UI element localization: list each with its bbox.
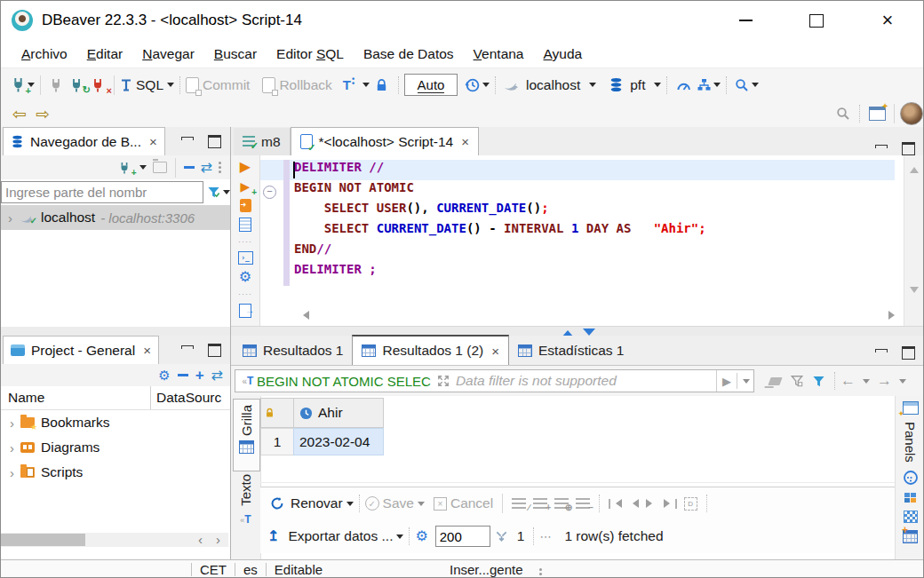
value-viewer-icon[interactable] <box>902 470 920 486</box>
minimize-view-icon[interactable] <box>875 349 888 352</box>
fetch-page-icon[interactable]: D <box>680 497 701 511</box>
maximize-view-icon[interactable] <box>902 346 915 360</box>
sql-editor-icon[interactable] <box>120 78 132 92</box>
expander-icon[interactable]: › <box>10 465 14 480</box>
first-row-icon[interactable] <box>605 499 625 509</box>
apply-filter-icon[interactable] <box>722 376 731 387</box>
refresh-button[interactable]: Renovar <box>291 495 343 511</box>
clear-filter-icon[interactable] <box>763 377 786 385</box>
editor-settings-gear-icon[interactable] <box>239 270 251 284</box>
reconnect-icon[interactable]: ↻ <box>66 78 87 92</box>
delete-row-icon[interactable] <box>572 498 593 509</box>
column-divider[interactable] <box>150 386 151 409</box>
menu-editor-sql[interactable]: Editor SQL <box>267 46 354 62</box>
lock-icon[interactable] <box>370 78 393 92</box>
calc-panel-icon[interactable] <box>904 493 917 503</box>
previous-result-icon[interactable]: ← <box>840 374 856 388</box>
view-menu-icon[interactable] <box>219 162 221 164</box>
fetch-size-input[interactable] <box>435 526 490 547</box>
code-line-5[interactable]: END// <box>294 241 331 262</box>
refresh-icon[interactable] <box>267 496 287 511</box>
collapse-all-icon[interactable] <box>178 374 188 376</box>
tab-script-14[interactable]: *<localhost> Script-14 × <box>291 127 479 155</box>
close-icon[interactable]: × <box>491 344 499 359</box>
tab-m8[interactable]: m8 <box>234 128 291 155</box>
open-file-icon[interactable] <box>239 304 251 318</box>
tools-dropdown[interactable] <box>713 83 721 91</box>
settings-gear-icon[interactable] <box>158 368 170 382</box>
tab-text-presentation[interactable]: Texto «T <box>233 469 259 538</box>
duplicate-row-icon[interactable] <box>551 498 572 509</box>
connection-selector[interactable]: localhost <box>526 77 580 93</box>
new-connection-icon[interactable]: + <box>116 162 133 174</box>
row-header-1[interactable]: 1 <box>260 428 294 455</box>
database-dropdown[interactable] <box>654 83 661 91</box>
expand-filter-icon[interactable] <box>434 375 453 387</box>
commit-button[interactable]: Commit <box>203 77 250 93</box>
minimize-button[interactable] <box>732 7 759 34</box>
filter-icon[interactable] <box>203 186 223 199</box>
edit-row-icon[interactable] <box>508 498 530 509</box>
connect-icon[interactable] <box>46 78 66 92</box>
minimize-view-icon[interactable] <box>181 345 194 349</box>
minimize-view-icon[interactable] <box>181 137 194 140</box>
back-icon[interactable]: ⇦ <box>8 106 31 123</box>
filter-enabled-icon[interactable] <box>808 375 829 388</box>
tab-resultados-1-2[interactable]: Resultados 1 (2) × <box>352 335 509 365</box>
menu-editar[interactable]: Editar <box>77 46 133 62</box>
fold-collapse-icon[interactable] <box>263 186 276 199</box>
export-data-button[interactable]: Exportar datos ... <box>288 528 393 544</box>
new-connection-icon[interactable]: + <box>8 77 28 92</box>
next-dropdown[interactable] <box>899 379 906 387</box>
new-connection-dropdown[interactable] <box>139 165 147 173</box>
panels-icon[interactable] <box>903 401 919 415</box>
menu-ventana[interactable]: Ventana <box>464 46 534 62</box>
column-name-header[interactable]: Name <box>1 390 44 406</box>
execute-statement-icon[interactable] <box>240 160 251 174</box>
code-line-6[interactable]: DELIMITER ; <box>294 262 377 282</box>
grid-corner-cell[interactable] <box>260 398 294 428</box>
menu-ayuda[interactable]: Ayuda <box>534 46 593 62</box>
code-line-1[interactable]: DELIMITER // <box>294 160 384 180</box>
grouping-panel-icon[interactable] <box>903 530 918 543</box>
column-datasource-header[interactable]: DataSourc <box>156 390 221 406</box>
dbeaver-perspective-avatar[interactable] <box>900 102 923 125</box>
search-dropdown[interactable] <box>752 83 759 91</box>
refresh-dropdown[interactable] <box>346 502 354 510</box>
code-line-3[interactable]: SELECT USER(), CURRENT_DATE(); <box>294 201 549 221</box>
sql-console-icon[interactable]: ›_ <box>238 251 253 265</box>
previous-row-icon[interactable] <box>625 499 642 508</box>
link-editor-icon[interactable]: ⇄ <box>211 368 223 383</box>
transaction-log-icon[interactable]: T•• <box>343 77 355 92</box>
save-button[interactable]: Save <box>383 495 414 511</box>
last-row-icon[interactable] <box>660 499 680 509</box>
quick-search-icon[interactable] <box>832 107 854 121</box>
maximize-view-icon[interactable] <box>208 344 221 357</box>
minimize-view-icon[interactable] <box>875 145 888 148</box>
execute-new-tab-icon[interactable]: + <box>237 179 253 194</box>
history-dropdown[interactable] <box>482 83 490 91</box>
disconnect-icon[interactable]: × <box>87 78 108 92</box>
sql-editor-label[interactable]: SQL <box>136 77 163 93</box>
new-folder-icon[interactable] <box>153 162 167 173</box>
navigator-filter-input[interactable] <box>1 181 203 203</box>
filter-dropdown[interactable] <box>223 190 230 198</box>
tab-project-general[interactable]: Project - General × <box>3 336 159 364</box>
sql-editor[interactable]: + ···· ›_ ···· DELIMITER // BEGIN NOT AT… <box>231 155 924 326</box>
close-icon[interactable]: × <box>149 134 157 149</box>
expand-all-icon[interactable]: + <box>195 369 204 382</box>
forward-icon[interactable]: ⇨ <box>31 106 54 123</box>
cell-ahir-1[interactable]: 2023-02-04 <box>293 428 384 455</box>
scroll-right-icon[interactable] <box>888 311 899 320</box>
maximize-button[interactable] <box>803 7 830 34</box>
menu-navegar[interactable]: Navegar <box>132 46 204 62</box>
fetch-settings-gear-icon[interactable] <box>415 529 427 543</box>
next-row-icon[interactable] <box>642 499 660 508</box>
explain-plan-icon[interactable] <box>239 218 251 232</box>
cancel-button[interactable]: Cancel <box>450 495 493 511</box>
dashboard-gauge-icon[interactable] <box>673 79 694 91</box>
project-row-scripts[interactable]: › Scripts <box>1 460 230 485</box>
search-icon[interactable] <box>732 78 752 92</box>
scrollbar-thumb[interactable] <box>1 534 85 546</box>
scroll-down-icon[interactable] <box>910 287 919 297</box>
